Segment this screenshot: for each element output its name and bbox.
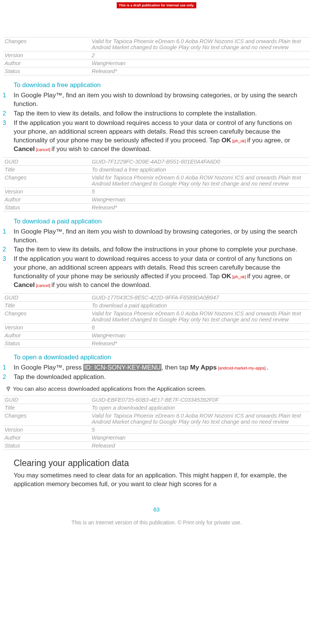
meta-value: Released — [90, 442, 310, 450]
meta-row: TitleTo download a free application — [3, 165, 310, 173]
tip-text: You can also access downloaded applicati… — [13, 385, 305, 392]
meta-row: Version5 — [3, 426, 310, 434]
lightbulb-icon — [4, 385, 13, 393]
step-text: , then tap — [161, 364, 190, 371]
meta-key: Author — [3, 195, 90, 203]
meta-key: GUID — [3, 294, 90, 302]
meta-key: Changes — [3, 173, 90, 187]
meta-row: StatusReleased* — [3, 67, 310, 75]
step: 1 In Google Play™, press ID: ICN-SONY-KE… — [14, 363, 305, 372]
clearing-paragraph: You may sometimes need to clear data for… — [14, 471, 305, 489]
steps-paid: 1 In Google Play™, find an item you wish… — [14, 228, 305, 290]
step-text: if you wish to cancel the download. — [52, 281, 151, 288]
step-text: if you agree, or — [247, 137, 290, 144]
svg-line-6 — [7, 387, 7, 387]
draft-banner: This is a draft publication for internal… — [0, 0, 313, 8]
meta-table-top: ChangesValid for Tapioca Phoenix eDream … — [3, 37, 310, 75]
meta-value: Released* — [90, 203, 310, 211]
meta-row: TitleTo download a paid application — [3, 302, 310, 310]
ok-tag: [ph_ok] — [231, 274, 247, 279]
tip-row: You can also access downloaded applicati… — [4, 385, 305, 393]
step: 2 Tap the item to view its details, and … — [14, 245, 305, 254]
meta-row: AuthorWangHerman — [3, 59, 310, 67]
meta-value: 6 — [90, 324, 310, 332]
step-text: . — [267, 364, 269, 371]
meta-key: GUID — [3, 157, 90, 165]
meta-row: AuthorWangHerman — [3, 434, 310, 442]
step-number: 1 — [3, 91, 6, 100]
meta-row: TitleTo open a downloaded application — [3, 404, 310, 412]
ok-tag: [ph_ok] — [231, 139, 247, 143]
meta-key: Author — [3, 59, 90, 67]
meta-key: Version — [3, 51, 90, 59]
section-title-paid: To download a paid application — [14, 218, 305, 225]
meta-key: Status — [3, 67, 90, 75]
meta-value: Valid for Tapioca Phoenix eDream 6.0 Aob… — [90, 37, 310, 51]
meta-value: To open a downloaded application — [90, 404, 310, 412]
meta-value: Valid for Tapioca Phoenix eDream 6.0 Aob… — [90, 173, 310, 187]
meta-value: To download a paid application — [90, 302, 310, 310]
step-number: 2 — [3, 245, 6, 254]
meta-row: StatusReleased — [3, 442, 310, 450]
step: 3 If the application you want to downloa… — [14, 255, 305, 290]
meta-value: 5 — [90, 187, 310, 195]
meta-value: WangHerman — [90, 332, 310, 340]
meta-key: Changes — [3, 37, 90, 51]
step-text: In Google Play™, find an item you wish t… — [14, 92, 297, 108]
meta-row: ChangesValid for Tapioca Phoenix eDream … — [3, 412, 310, 426]
step: 2 Tap the item to view its details, and … — [14, 109, 305, 118]
meta-key: Title — [3, 302, 90, 310]
draft-banner-text: This is a draft publication for internal… — [117, 2, 196, 8]
meta-key: Author — [3, 434, 90, 442]
cancel-label: Cancel — [14, 281, 35, 288]
cancel-tag: [cancel] — [35, 147, 52, 152]
meta-key: Version — [3, 187, 90, 195]
meta-row: StatusReleased* — [3, 340, 310, 348]
meta-value: GUID-177043C5-8E5C-422D-9FFA-F6589DA0B94… — [90, 294, 310, 302]
step-text: Tap the item to view its details, and fo… — [14, 246, 297, 253]
meta-row: ChangesValid for Tapioca Phoenix eDream … — [3, 173, 310, 187]
meta-row: Version2 — [3, 51, 310, 59]
meta-table-free: GUIDGUID-7F1229FC-3D9E-4AD7-B551-601E0A4… — [3, 157, 310, 212]
svg-line-7 — [9, 387, 10, 387]
meta-key: Status — [3, 340, 90, 348]
meta-value: WangHerman — [90, 59, 310, 67]
meta-key: Status — [3, 203, 90, 211]
meta-key: GUID — [3, 396, 90, 404]
meta-table-open: GUIDGUID-EBFE0735-60B3-4E17-BE7F-C033453… — [3, 396, 310, 450]
step-text: if you wish to cancel the download. — [52, 145, 151, 153]
svg-point-0 — [7, 387, 9, 389]
meta-row: AuthorWangHerman — [3, 195, 310, 203]
meta-key: Changes — [3, 412, 90, 426]
step-number: 3 — [3, 119, 6, 127]
meta-value: Valid for Tapioca Phoenix eDream 6.0 Aob… — [90, 310, 310, 324]
steps-open: 1 In Google Play™, press ID: ICN-SONY-KE… — [14, 363, 305, 382]
cancel-tag: [cancel] — [35, 283, 52, 288]
ok-label: OK — [221, 137, 231, 144]
meta-row: ChangesValid for Tapioca Phoenix eDream … — [3, 37, 310, 51]
meta-value: To download a free application — [90, 165, 310, 173]
meta-value: Released* — [90, 67, 310, 75]
step-number: 3 — [3, 255, 6, 263]
step: 1 In Google Play™, find an item you wish… — [14, 91, 305, 109]
step-text: In Google Play™, press — [14, 364, 83, 371]
myapps-tag: [android-market-my-apps] — [217, 366, 267, 370]
step-text: In Google Play™, find an item you wish t… — [14, 228, 297, 244]
meta-row: StatusReleased* — [3, 203, 310, 211]
step-text: Tap the item to view its details, and fo… — [14, 110, 257, 117]
meta-key: Version — [3, 324, 90, 332]
meta-value: 2 — [90, 51, 310, 59]
clearing-heading: Clearing your application data — [14, 458, 305, 468]
page-number: 63 — [3, 506, 310, 513]
meta-row: GUIDGUID-EBFE0735-60B3-4E17-BE7F-C033453… — [3, 396, 310, 404]
meta-key: Author — [3, 332, 90, 340]
myapps-label: My Apps — [190, 364, 217, 371]
step: 2 Tap the downloaded application. — [14, 373, 305, 382]
meta-row: Version6 — [3, 324, 310, 332]
meta-value: GUID-7F1229FC-3D9E-4AD7-B551-601E0A4FA6D… — [90, 157, 310, 165]
meta-value: Released* — [90, 340, 310, 348]
footer-note: This is an Internet version of this publ… — [3, 519, 310, 525]
step-text: Tap the downloaded application. — [14, 373, 106, 380]
meta-value: 5 — [90, 426, 310, 434]
meta-table-paid: GUIDGUID-177043C5-8E5C-422D-9FFA-F6589DA… — [3, 293, 310, 348]
